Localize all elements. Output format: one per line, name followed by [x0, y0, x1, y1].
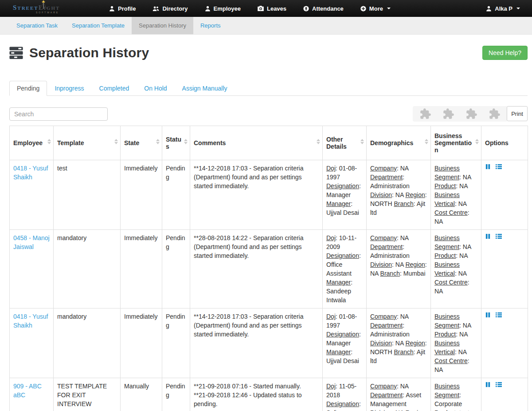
- comments-cell: **21-09-2018 07:16 - Started manually.**…: [190, 378, 323, 411]
- column-label: Demographics: [370, 139, 413, 146]
- other-details-cell: Doj: 01-08-1997 Designation: Manager Man…: [323, 308, 367, 378]
- detail-label: Designation: [326, 182, 359, 190]
- table-row: 909 - ABC aBCTEST TEMPLATE FOR EXIT INTE…: [10, 378, 528, 411]
- employee-link[interactable]: 0458 - Manoj Jaiswal: [13, 234, 50, 250]
- tab-assign-manually[interactable]: Assign Manually: [175, 81, 235, 96]
- nav-item-label: Directory: [162, 5, 188, 12]
- column-header-state[interactable]: State: [121, 126, 162, 160]
- employee-link[interactable]: 909 - ABC aBC: [13, 383, 42, 399]
- template-cell: mandatory: [54, 308, 121, 378]
- nav-item-profile[interactable]: Profile: [101, 0, 144, 17]
- directory-icon: [153, 6, 159, 12]
- tab-on-hold[interactable]: On Hold: [137, 81, 174, 96]
- comment-line: **21-09-2018 12:46 - Updated status to p…: [194, 391, 319, 408]
- nav-item-employee[interactable]: Employee: [196, 0, 249, 17]
- detail-label: Company: [370, 165, 397, 172]
- list-icon[interactable]: [496, 164, 502, 170]
- chevron-down-icon: [387, 8, 391, 9]
- brand-logo[interactable]: StreetLight SOFTWARE: [7, 0, 82, 17]
- detail-label: Branch: [394, 348, 413, 356]
- subnav-item-reports[interactable]: Reports: [193, 17, 228, 34]
- other-details-cell: Doj: 01-08-1997 Designation: Manager Man…: [323, 160, 367, 230]
- detail-label: Doj: [326, 165, 336, 172]
- column-header-template[interactable]: Template: [54, 126, 121, 160]
- sort-icon[interactable]: [317, 139, 320, 144]
- list-icon[interactable]: [496, 312, 502, 318]
- tab-completed[interactable]: Completed: [92, 81, 137, 96]
- detail-label: Department: [370, 391, 403, 399]
- employee-cell: 0418 - Yusuf Shaikh: [10, 160, 54, 230]
- puzzle-icon[interactable]: [460, 108, 483, 120]
- user-name: Alka P: [495, 5, 512, 12]
- sort-icon[interactable]: [114, 139, 118, 144]
- subnav-item-separation-task[interactable]: Separation Task: [9, 17, 65, 34]
- detail-label: Designation: [326, 252, 359, 259]
- puzzle-icon[interactable]: [414, 108, 437, 120]
- detail-label: Branch: [380, 270, 400, 277]
- subnav-item-separation-history[interactable]: Separation History: [132, 17, 193, 34]
- column-header-demographics[interactable]: Demographics: [367, 126, 431, 160]
- tab-inprogress[interactable]: Inprogress: [47, 81, 91, 96]
- status-cell: Pending: [162, 160, 190, 230]
- detail-label: Business Segment: [434, 383, 460, 399]
- column-header-other-details[interactable]: Other Details: [323, 126, 367, 160]
- table-row: 0418 - Yusuf ShaikhtestImmediatelyPendin…: [10, 160, 528, 230]
- detail-label: Cost Centre: [434, 209, 468, 216]
- sort-icon[interactable]: [47, 139, 51, 144]
- employee-link[interactable]: 0418 - Yusuf Shaikh: [13, 313, 48, 329]
- pause-icon[interactable]: [485, 382, 491, 387]
- pause-icon[interactable]: [485, 164, 491, 170]
- subnav-item-separation-template[interactable]: Separation Template: [65, 17, 132, 34]
- search-input[interactable]: [9, 107, 108, 121]
- list-icon[interactable]: [496, 233, 502, 239]
- employee-link[interactable]: 0418 - Yusuf Shaikh: [13, 165, 48, 181]
- comment-line: **28-08-2018 14:22 - Separation criteria…: [194, 233, 319, 260]
- list-icon[interactable]: [496, 382, 502, 387]
- print-button[interactable]: Print: [507, 106, 528, 121]
- comment-line: **21-09-2018 07:16 - Started manually.: [194, 382, 319, 391]
- detail-label: Branch: [394, 200, 413, 207]
- puzzle-icon[interactable]: [483, 108, 506, 120]
- puzzle-icon[interactable]: [437, 108, 460, 120]
- column-header-business-segmentation[interactable]: Business Segmentation: [431, 126, 481, 160]
- pause-icon[interactable]: [485, 233, 491, 239]
- nav-item-label: Leaves: [267, 5, 286, 12]
- nav-item-leaves[interactable]: Leaves: [249, 0, 295, 17]
- column-label: Other Details: [326, 136, 347, 150]
- brand-name: StreetLight: [13, 4, 60, 12]
- sort-icon[interactable]: [425, 139, 428, 144]
- sort-icon[interactable]: [360, 139, 364, 144]
- state-cell: Immediately: [121, 230, 162, 308]
- tasks-icon: [9, 47, 23, 59]
- state-cell: Manually: [121, 378, 162, 411]
- column-header-comments[interactable]: Comments: [190, 126, 323, 160]
- business-segmentation-cell: Business Segment: NA Product: NA Busines…: [431, 160, 481, 230]
- sort-icon[interactable]: [156, 139, 160, 144]
- other-details-cell: Doj: 10-11-2009 Designation: Office Assi…: [323, 230, 367, 308]
- detail-label: Region: [405, 340, 425, 347]
- detail-label: Division: [370, 191, 392, 198]
- nav-item-more[interactable]: More: [352, 0, 399, 17]
- column-label: Comments: [194, 139, 226, 146]
- profile-icon: [109, 6, 115, 12]
- nav-item-label: Employee: [214, 5, 241, 12]
- tab-pending[interactable]: Pending: [9, 81, 47, 96]
- other-details-cell: Doj: 11-05-2018 Designation: Software De…: [323, 378, 367, 411]
- pause-icon[interactable]: [485, 312, 491, 318]
- employee-cell: 909 - ABC aBC: [10, 378, 54, 411]
- nav-item-attendance[interactable]: Attendance: [295, 0, 352, 17]
- state-cell: Immediately: [121, 160, 162, 230]
- attendance-icon: [303, 6, 309, 12]
- user-menu[interactable]: Alka P: [486, 5, 525, 12]
- separation-table: EmployeeTemplateStateStatusCommentsOther…: [9, 126, 528, 411]
- sort-icon[interactable]: [475, 139, 479, 144]
- column-header-employee[interactable]: Employee: [10, 126, 54, 160]
- column-header-status[interactable]: Status: [162, 126, 190, 160]
- need-help-button[interactable]: Need Help?: [482, 46, 528, 60]
- table-row: 0458 - Manoj JaiswalmandatoryImmediately…: [10, 230, 528, 308]
- sort-icon[interactable]: [184, 139, 188, 144]
- detail-label: Company: [370, 313, 397, 320]
- state-cell: Immediately: [121, 308, 162, 378]
- chevron-down-icon: [516, 8, 520, 9]
- nav-item-directory[interactable]: Directory: [144, 0, 196, 17]
